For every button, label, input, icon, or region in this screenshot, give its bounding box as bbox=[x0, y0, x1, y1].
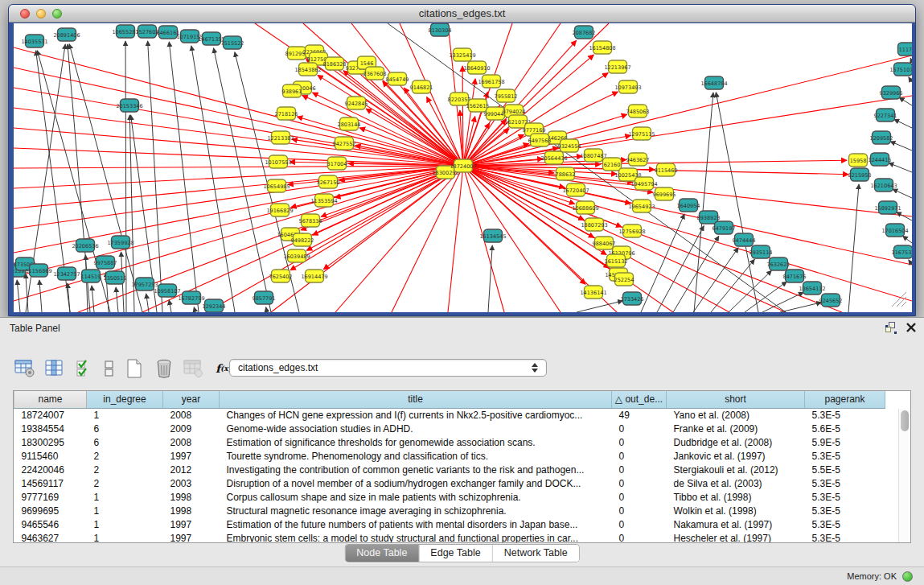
graph-node[interactable]: 16154808 bbox=[589, 41, 615, 54]
table-row[interactable]: 946554611997Estimation of the future num… bbox=[14, 517, 885, 531]
resize-grip-icon[interactable] bbox=[892, 292, 906, 307]
column-visibility-icon[interactable] bbox=[44, 358, 65, 379]
graph-node[interactable]: 5678334 bbox=[299, 214, 322, 227]
graph-node[interactable]: 9427552 bbox=[333, 137, 356, 150]
graph-node[interactable]: 788632 bbox=[556, 167, 576, 180]
graph-node[interactable]: 19654923 bbox=[628, 200, 655, 212]
table-row[interactable]: 1830029562008Estimation of significance … bbox=[14, 435, 885, 449]
graph-node[interactable]: 7632621 bbox=[767, 257, 791, 270]
graph-node[interactable]: 20206536 bbox=[72, 239, 98, 252]
graph-node[interactable]: 12342757 bbox=[53, 267, 80, 280]
graph-node[interactable]: 8186328 bbox=[323, 57, 347, 70]
graph-node[interactable]: 19495794 bbox=[630, 177, 657, 190]
graph-node[interactable]: 6497568 bbox=[528, 134, 552, 146]
graph-node[interactable]: 10973493 bbox=[614, 80, 641, 93]
graph-node[interactable]: 14136141 bbox=[580, 286, 606, 299]
graph-node[interactable]: 12213383 bbox=[267, 131, 294, 144]
float-panel-icon[interactable] bbox=[885, 322, 897, 333]
zoom-window-button[interactable] bbox=[52, 9, 62, 19]
graph-node[interactable]: 8454749 bbox=[386, 72, 409, 85]
table-scrollbar[interactable] bbox=[898, 409, 910, 542]
graph-node[interactable]: 9227341 bbox=[874, 109, 897, 122]
table-row[interactable]: 2242004622012Investigating the contribut… bbox=[14, 463, 885, 476]
graph-node[interactable]: 15751074 bbox=[889, 63, 912, 76]
graph-node[interactable]: 8471676 bbox=[783, 270, 807, 282]
close-panel-icon[interactable] bbox=[906, 323, 916, 332]
tab-network-table[interactable]: Network Table bbox=[493, 545, 579, 562]
column-header-year[interactable]: year bbox=[163, 391, 220, 408]
graph-node[interactable]: 1640954 bbox=[677, 199, 700, 212]
graph-node[interactable]: 2803144 bbox=[338, 117, 361, 130]
table-row[interactable]: 946362711997Embryonic stem cells: a mode… bbox=[14, 531, 885, 543]
minimize-window-button[interactable] bbox=[36, 9, 46, 19]
graph-node[interactable]: 9245652 bbox=[819, 294, 843, 307]
graph-node[interactable]: 252254 bbox=[614, 273, 634, 286]
graph-node[interactable]: 7515522 bbox=[221, 36, 244, 49]
graph-node[interactable]: 19166829 bbox=[266, 204, 293, 216]
column-header-title[interactable]: title bbox=[220, 391, 612, 408]
graph-node[interactable]: 9474444 bbox=[733, 233, 756, 246]
graph-node[interactable]: 8130304 bbox=[429, 23, 452, 36]
graph-node[interactable]: 13325419 bbox=[449, 48, 475, 61]
table-row[interactable]: 1938455462009Genome-wide association stu… bbox=[14, 422, 885, 435]
column-header-pagerank[interactable]: pagerank bbox=[805, 391, 885, 408]
import-table-icon[interactable] bbox=[183, 358, 204, 379]
table-row[interactable]: 911546021997Tourette syndrome. Phenomeno… bbox=[14, 449, 885, 463]
graph-node[interactable]: 10654112 bbox=[799, 282, 825, 295]
graph-node[interactable]: 10958107 bbox=[154, 284, 180, 297]
graph-node[interactable]: 9329966 bbox=[880, 86, 903, 99]
graph-hub-node[interactable]: 18724007 bbox=[450, 159, 476, 172]
graph-node[interactable]: 938961 bbox=[282, 84, 302, 97]
window-titlebar[interactable]: citations_edges.txt bbox=[9, 5, 915, 23]
graph-node[interactable]: 10654985 bbox=[263, 179, 290, 192]
graph-node[interactable]: 16914479 bbox=[301, 270, 327, 282]
graph-node[interactable]: 16782759 bbox=[178, 291, 204, 304]
graph-node[interactable]: 18543862 bbox=[294, 63, 321, 76]
delete-table-icon[interactable] bbox=[154, 358, 175, 379]
table-scrollbar-thumb[interactable] bbox=[901, 410, 909, 431]
graph-node[interactable]: 10688609 bbox=[572, 201, 598, 214]
graph-node[interactable]: 20153346 bbox=[116, 99, 142, 112]
graph-node[interactable]: 2718126 bbox=[275, 107, 298, 120]
graph-node[interactable]: 114519 bbox=[81, 270, 101, 282]
graph-node[interactable]: 9146821 bbox=[410, 80, 433, 93]
graph-node[interactable]: 18640910 bbox=[463, 61, 490, 74]
graph-node[interactable]: 14035571 bbox=[21, 35, 47, 47]
graph-node[interactable]: 12975115 bbox=[628, 127, 655, 140]
graph-node[interactable]: 9242845 bbox=[345, 97, 368, 109]
graph-node[interactable]: 1292344 bbox=[203, 299, 226, 312]
graph-node[interactable]: 15958 bbox=[849, 154, 868, 167]
column-header-out-degree[interactable]: △ out_de... bbox=[612, 391, 667, 408]
table-settings-icon[interactable] bbox=[14, 358, 35, 379]
graph-node[interactable]: 3267150 bbox=[317, 175, 340, 188]
table-row[interactable]: 1456911722003Disruption of a novel membe… bbox=[14, 476, 885, 490]
graph-node[interactable]: 16039489 bbox=[283, 249, 310, 262]
graph-node[interactable]: 9857791 bbox=[253, 291, 276, 304]
graph-node[interactable]: 18807293 bbox=[581, 218, 607, 231]
graph-node[interactable]: 2367608 bbox=[363, 67, 387, 80]
rows-icon[interactable] bbox=[104, 358, 115, 379]
graph-node[interactable]: 7625402 bbox=[269, 270, 293, 282]
graph-node[interactable]: 1244415 bbox=[869, 153, 892, 166]
graph-node[interactable]: 9115460 bbox=[655, 163, 678, 176]
column-header-name[interactable]: name bbox=[14, 391, 87, 408]
graph-node[interactable]: 11156869 bbox=[25, 264, 51, 277]
graph-node[interactable]: 16720407 bbox=[562, 183, 589, 196]
graph-node[interactable]: 1167533 bbox=[892, 245, 912, 258]
new-table-icon[interactable] bbox=[124, 358, 145, 379]
graph-node[interactable]: 9498222 bbox=[291, 233, 314, 246]
graph-node[interactable]: 62160 bbox=[603, 158, 622, 171]
table-row[interactable]: 977716911998Corpus callosum shape and si… bbox=[14, 490, 885, 504]
graph-node[interactable]: 17359928 bbox=[107, 236, 133, 249]
graph-node[interactable]: 12213967 bbox=[604, 60, 630, 73]
graph-node[interactable]: 12756928 bbox=[618, 225, 645, 237]
graph-node[interactable]: 9699695 bbox=[653, 187, 676, 200]
graph-node[interactable]: 10107553 bbox=[265, 155, 291, 168]
graph-node[interactable]: 9975887 bbox=[94, 256, 117, 269]
graph-node[interactable]: 16961758 bbox=[478, 75, 504, 88]
close-window-button[interactable] bbox=[20, 9, 30, 19]
graph-node[interactable]: 2087682 bbox=[573, 26, 596, 39]
graph-node[interactable]: 20564436 bbox=[540, 151, 567, 164]
table-row[interactable]: 969969511998Structural magnetic resonanc… bbox=[14, 504, 885, 517]
table-row[interactable]: 1872400712008Changes of HCN gene express… bbox=[14, 408, 885, 422]
